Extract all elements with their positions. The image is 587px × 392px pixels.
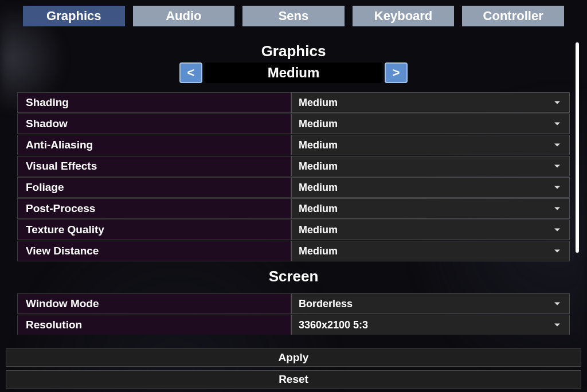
setting-label: Foliage bbox=[17, 177, 291, 198]
setting-label: Visual Effects bbox=[17, 156, 291, 177]
setting-row-texture-quality: Texture Quality Medium bbox=[17, 219, 570, 240]
setting-label: View Distance bbox=[17, 241, 291, 261]
scrollbar[interactable] bbox=[576, 42, 579, 335]
preset-value: Medium bbox=[205, 62, 382, 83]
bottom-bar: Apply Reset bbox=[6, 348, 581, 389]
setting-dropdown-foliage[interactable]: Medium bbox=[291, 177, 570, 198]
setting-row-post-process: Post-Process Medium bbox=[17, 198, 570, 219]
setting-label: Window Mode bbox=[17, 293, 291, 314]
setting-row-window-mode: Window Mode Borderless bbox=[17, 293, 570, 314]
setting-label: Shading bbox=[17, 92, 291, 113]
setting-dropdown-resolution[interactable]: 3360x2100 5:3 bbox=[291, 315, 570, 335]
setting-label: Texture Quality bbox=[17, 219, 291, 240]
setting-dropdown-view-distance[interactable]: Medium bbox=[291, 241, 570, 261]
setting-row-shading: Shading Medium bbox=[17, 92, 570, 113]
setting-label: Post-Process bbox=[17, 198, 291, 219]
setting-label: Anti-Aliasing bbox=[17, 135, 291, 155]
section-title-graphics: Graphics bbox=[17, 42, 570, 60]
setting-dropdown-shading[interactable]: Medium bbox=[291, 92, 570, 113]
preset-prev-button[interactable]: < bbox=[179, 62, 202, 83]
tab-sens[interactable]: Sens bbox=[242, 6, 345, 26]
section-title-screen: Screen bbox=[17, 268, 570, 285]
setting-row-antialiasing: Anti-Aliasing Medium bbox=[17, 135, 570, 155]
setting-row-foliage: Foliage Medium bbox=[17, 177, 570, 198]
setting-dropdown-window-mode[interactable]: Borderless bbox=[291, 293, 570, 314]
tab-controller[interactable]: Controller bbox=[462, 6, 564, 26]
setting-row-view-distance: View Distance Medium bbox=[17, 241, 570, 261]
setting-label: Shadow bbox=[17, 113, 291, 134]
scrollbar-thumb[interactable] bbox=[576, 42, 579, 253]
setting-row-resolution: Resolution 3360x2100 5:3 bbox=[17, 315, 570, 335]
setting-row-visual-effects: Visual Effects Medium bbox=[17, 156, 570, 177]
setting-label: Resolution bbox=[17, 315, 291, 335]
reset-button[interactable]: Reset bbox=[6, 370, 581, 389]
setting-dropdown-antialiasing[interactable]: Medium bbox=[291, 135, 570, 155]
setting-dropdown-post-process[interactable]: Medium bbox=[291, 198, 570, 219]
apply-button[interactable]: Apply bbox=[6, 348, 581, 367]
tab-keyboard[interactable]: Keyboard bbox=[353, 6, 455, 26]
preset-next-button[interactable]: > bbox=[385, 62, 408, 83]
graphics-preset-stepper: < Medium > bbox=[17, 62, 570, 83]
tabs-bar: Graphics Audio Sens Keyboard Controller bbox=[0, 0, 587, 26]
setting-row-shadow: Shadow Medium bbox=[17, 113, 570, 134]
setting-dropdown-shadow[interactable]: Medium bbox=[291, 113, 570, 134]
setting-dropdown-texture-quality[interactable]: Medium bbox=[291, 219, 570, 240]
setting-dropdown-visual-effects[interactable]: Medium bbox=[291, 156, 570, 177]
tab-audio[interactable]: Audio bbox=[133, 6, 235, 26]
settings-pane: Graphics < Medium > Shading Medium Shado… bbox=[17, 42, 576, 335]
tab-graphics[interactable]: Graphics bbox=[23, 6, 125, 26]
